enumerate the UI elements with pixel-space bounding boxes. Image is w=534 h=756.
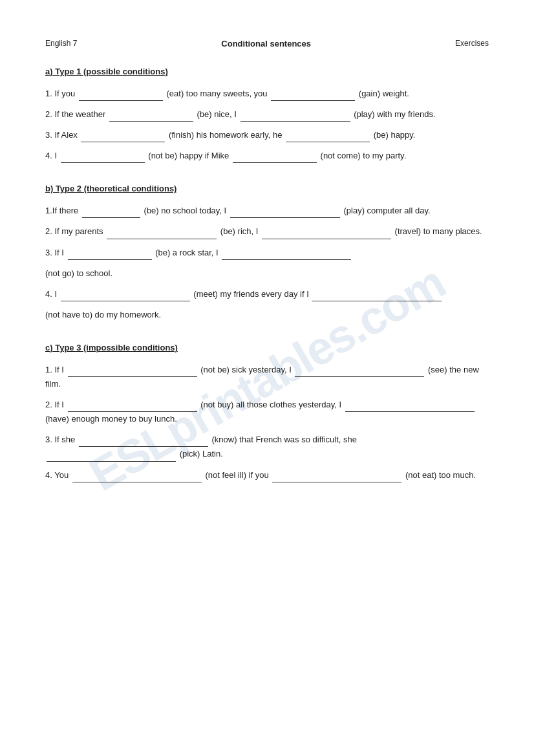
- a1-hint1: (eat) too many sweets, you: [167, 89, 270, 98]
- exercise-b4: 4. I (meet) my friends every day if I: [45, 287, 489, 301]
- a2-hint1: (be) nice, I: [197, 109, 239, 119]
- a1-hint2: (gain) weight.: [359, 89, 409, 98]
- exercise-b3-cont: (not go) to school.: [45, 266, 489, 281]
- exercise-b1: 1.If there (be) no school today, I (play…: [45, 204, 489, 218]
- c4-blank1[interactable]: [72, 482, 202, 482]
- b2-blank1[interactable]: [107, 239, 217, 239]
- a1-blank1[interactable]: [79, 100, 163, 101]
- section-b: b) Type 2 (theoretical conditions) 1.If …: [45, 184, 489, 322]
- exercise-a2: 2. If the weather (be) nice, I (play) wi…: [45, 107, 489, 122]
- a3-blank2[interactable]: [286, 142, 370, 142]
- a4-blank2[interactable]: [233, 162, 317, 163]
- c3-hint1: (know) that French was so difficult, she: [212, 435, 357, 444]
- exercise-a1: 1. If you (eat) too many sweets, you (ga…: [45, 87, 489, 101]
- section-c: c) Type 3 (impossible conditions) 1. If …: [45, 343, 489, 482]
- c1-num: 1. If I: [45, 365, 67, 374]
- c1-blank2[interactable]: [295, 376, 424, 377]
- header-title: Conditional sentences: [221, 39, 311, 49]
- page-header: English 7 Conditional sentences Exercise…: [45, 39, 489, 49]
- b2-num: 2. If my parents: [45, 226, 105, 236]
- b3-hint1: (be) a rock star, I: [155, 248, 220, 257]
- exercise-c1: 1. If I (not be) sick yesterday, I (see)…: [45, 363, 489, 391]
- a2-num: 2. If the weather: [45, 109, 108, 119]
- c4-blank2[interactable]: [272, 482, 401, 482]
- c3-hint2: (pick) Latin.: [180, 449, 223, 459]
- b4-continuation: (not have to) do my homework.: [45, 310, 161, 319]
- b3-blank1[interactable]: [68, 259, 152, 260]
- a1-blank2[interactable]: [271, 100, 355, 101]
- exercise-c2: 2. If I (not buy) all those clothes yest…: [45, 398, 489, 426]
- c2-num: 2. If I: [45, 400, 67, 409]
- section-c-title: c) Type 3 (impossible conditions): [45, 343, 489, 352]
- c1-hint1: (not be) sick yesterday, I: [200, 365, 294, 374]
- b4-blank2[interactable]: [312, 301, 442, 301]
- a4-blank1[interactable]: [61, 162, 145, 163]
- a2-blank1[interactable]: [109, 121, 193, 122]
- c1-blank1[interactable]: [68, 376, 197, 377]
- b3-continuation: (not go) to school.: [45, 268, 112, 278]
- a3-hint1: (finish) his homework early, he: [169, 130, 284, 140]
- header-subject: English 7: [45, 39, 77, 48]
- exercise-b4-cont: (not have to) do my homework.: [45, 308, 489, 322]
- a3-hint2: (be) happy.: [374, 130, 416, 140]
- c2-blank1[interactable]: [68, 411, 197, 412]
- b4-hint1: (meet) my friends every day if I: [193, 289, 311, 299]
- b1-blank2[interactable]: [230, 217, 340, 218]
- exercise-c3: 3. If she (know) that French was so diff…: [45, 433, 489, 461]
- c4-hint2: (not eat) too much.: [405, 470, 476, 480]
- a4-hint1: (not be) happy if Mike: [148, 151, 231, 160]
- b2-hint2: (travel) to many places.: [395, 226, 482, 236]
- exercise-c4: 4. You (not feel ill) if you (not eat) t…: [45, 468, 489, 482]
- a3-blank1[interactable]: [81, 142, 165, 142]
- c3-blank1[interactable]: [79, 446, 208, 447]
- a2-hint2: (play) with my friends.: [354, 109, 435, 119]
- exercise-b3: 3. If I (be) a rock star, I: [45, 246, 489, 260]
- exercise-b2: 2. If my parents (be) rich, I (travel) t…: [45, 224, 489, 239]
- b2-blank2[interactable]: [262, 239, 391, 239]
- header-type: Exercises: [455, 39, 489, 48]
- b3-num: 3. If I: [45, 248, 67, 257]
- a1-num: 1. If you: [45, 89, 78, 98]
- section-a: a) Type 1 (possible conditions) 1. If yo…: [45, 67, 489, 163]
- b1-hint2: (play) computer all day.: [343, 206, 430, 215]
- c2-hint1: (not buy) all those clothes yesterday, I: [200, 400, 344, 409]
- section-b-title: b) Type 2 (theoretical conditions): [45, 184, 489, 193]
- a4-num: 4. I: [45, 151, 59, 160]
- a4-hint2: (not come) to my party.: [321, 151, 407, 160]
- b2-hint1: (be) rich, I: [220, 226, 261, 236]
- b3-blank2[interactable]: [222, 259, 351, 260]
- b1-hint1: (be) no school today, I: [144, 206, 229, 215]
- a3-num: 3. If Alex: [45, 130, 80, 140]
- c3-num: 3. If she: [45, 435, 78, 444]
- b4-blank1[interactable]: [61, 301, 190, 301]
- c4-hint1: (not feel ill) if you: [205, 470, 271, 480]
- exercise-a3: 3. If Alex (finish) his homework early, …: [45, 128, 489, 142]
- c2-blank2[interactable]: [345, 411, 475, 412]
- b1-blank1[interactable]: [82, 217, 140, 218]
- c4-num: 4. You: [45, 470, 71, 480]
- a2-blank2[interactable]: [240, 121, 350, 122]
- c3-blank2[interactable]: [47, 461, 176, 462]
- b4-num: 4. I: [45, 289, 59, 299]
- exercise-a4: 4. I (not be) happy if Mike (not come) t…: [45, 149, 489, 163]
- section-a-title: a) Type 1 (possible conditions): [45, 67, 489, 76]
- b1-num: 1.If there: [45, 206, 81, 215]
- c2-hint2: (have) enough money to buy lunch.: [45, 414, 177, 424]
